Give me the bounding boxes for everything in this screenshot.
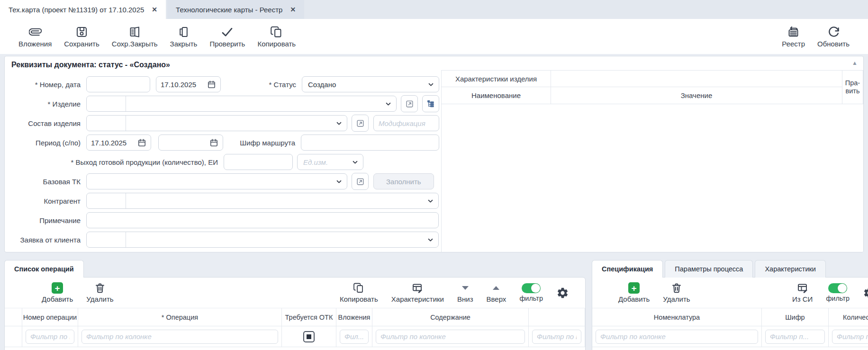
operation-number-header[interactable]: Номер операции [22,308,78,326]
status-select[interactable]: Создано [302,76,439,92]
filter-toggle[interactable]: фильтр [519,283,543,302]
modification-input[interactable] [373,115,439,131]
up-label: Вверх [487,295,506,303]
period-to-field[interactable] [158,135,223,151]
refresh-button[interactable]: Обновить [811,26,856,48]
note-input[interactable] [86,212,439,228]
tab-registry[interactable]: Технологические карты - Реестр ✕ [167,0,304,19]
product-code-subfield[interactable] [87,96,126,111]
add-spec-row-button[interactable]: + Добавить [618,282,650,303]
base-tk-open-button[interactable] [352,173,369,190]
trash-icon [671,282,682,294]
characteristics-table-body[interactable] [442,104,863,252]
add-operation-button[interactable]: + Добавить [42,282,73,303]
operation-filter-input[interactable] [81,330,278,344]
route-code-input[interactable] [301,135,439,151]
otk-required-header[interactable]: Требуется ОТК [282,308,336,326]
toggle-on-icon[interactable] [828,283,847,293]
spec-filter-toggle[interactable]: фильтр [826,283,850,302]
filter-label: фильтр [519,295,543,302]
product-open-button[interactable] [401,95,418,112]
quantity-header[interactable]: Количество [829,308,868,326]
check-label: Проверить [209,40,245,48]
grid-settings-button[interactable] [556,287,569,299]
base-tk-select[interactable] [86,173,347,189]
output-quantity-input[interactable] [224,154,293,170]
code-filter-input[interactable] [765,330,825,344]
table-edit-icon [412,282,423,294]
form-row-product: * Изделие [5,96,443,112]
close-button[interactable]: Закрыть [164,26,204,48]
close-icon[interactable]: ✕ [152,6,157,13]
add-label: Добавить [42,295,73,303]
number-input[interactable] [86,76,150,92]
form-row-number-date: * Номер, дата 17.10.2025 * Статус Создан… [5,76,443,92]
triangle-down-icon [462,286,469,290]
tab-operations-list[interactable]: Список операций [4,260,84,278]
delete-spec-row-button[interactable]: Удалить [663,282,690,303]
copy-button[interactable]: Копировать [251,26,302,48]
number-date-label: * Номер, дата [5,81,81,89]
code-header[interactable]: Шифр [762,308,829,326]
contractor-code-subfield[interactable] [87,193,126,208]
client-request-select[interactable] [86,232,439,248]
extra-filter-input[interactable] [532,330,581,344]
attachments-header[interactable]: Вложения [336,308,372,326]
copy-operation-button[interactable]: Копировать [340,282,378,303]
move-up-button[interactable]: Вверх [487,282,506,303]
composition-code-subfield[interactable] [87,116,126,131]
refresh-icon [827,26,840,38]
content-filter-input[interactable] [376,330,525,344]
nomenclature-filter-input[interactable] [596,330,758,344]
name-column-header: Наименование [442,87,551,104]
period-from-field[interactable]: 17.10.2025 [86,135,151,151]
composition-select[interactable] [86,115,347,131]
fill-button[interactable]: Заполнить [373,173,434,189]
move-down-button[interactable]: Вниз [457,282,473,303]
operation-header[interactable]: * Операция [78,308,282,326]
from-si-button[interactable]: Из СИ [792,282,813,303]
tab-tech-card[interactable]: Тех.карта (проект №11319) от 17.10.2025 … [0,0,166,19]
tab-specification[interactable]: Спецификация [592,260,663,278]
extra-column-header[interactable] [529,308,585,326]
date-field[interactable]: 17.10.2025 [156,76,221,92]
product-structure-button[interactable] [422,95,439,112]
tab-process-parameters[interactable]: Параметры процесса [665,260,753,278]
copy-icon [353,282,364,294]
product-characteristics-table: Характеристики изделия Пра-вить Наименов… [441,70,863,252]
client-request-code-subfield[interactable] [87,232,126,247]
check-button[interactable]: Проверить [203,26,251,48]
calendar-icon[interactable] [209,138,218,147]
spec-grid-settings-button[interactable] [863,287,868,299]
unit-placeholder: Ед.изм. [298,158,334,166]
operation-characteristics-button[interactable]: Характеристики [391,282,444,303]
calendar-icon[interactable] [137,138,146,147]
registry-button[interactable]: Реестр [776,26,811,48]
close-icon[interactable]: ✕ [290,6,296,13]
save-button[interactable]: Сохранить [58,26,106,48]
unit-select[interactable]: Ед.изм. [297,154,363,170]
attachments-button[interactable]: Вложения [12,26,58,48]
paperclip-icon [29,26,42,38]
delete-operation-button[interactable]: Удалить [86,282,113,303]
specification-tabs: Спецификация Параметры процесса Характер… [592,260,868,278]
content-header[interactable]: Содержание [372,308,529,326]
characteristics-group-header: Характеристики изделия [442,71,551,87]
tab-characteristics[interactable]: Характеристики [755,260,826,278]
form-row-base-tk: Базовая ТК Заполнить [5,173,443,189]
operations-table: Номер операции * Операция Требуется ОТК … [5,308,585,347]
contractor-select[interactable] [86,193,439,209]
collapse-section-icon[interactable]: ▲ [852,60,858,66]
composition-open-button[interactable] [352,115,369,132]
attachments-filter-input[interactable] [340,330,369,344]
otk-filter-checkbox[interactable] [303,331,315,342]
form-row-note: Примечание [5,212,443,228]
nomenclature-header[interactable]: Номенклатура [592,308,762,326]
form-row-composition: Состав изделия [5,115,443,131]
save-close-button[interactable]: Сохр.Закрыть [106,26,164,48]
product-select[interactable] [86,96,397,112]
quantity-filter-input[interactable] [832,330,868,344]
calendar-icon[interactable] [207,80,216,89]
toggle-on-icon[interactable] [522,283,541,293]
operation-number-filter-input[interactable] [26,330,74,344]
